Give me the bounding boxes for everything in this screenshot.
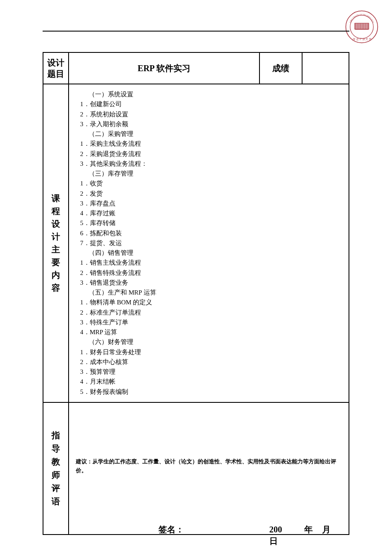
content-line: 3．录入期初余额	[77, 119, 341, 129]
content-line: （三）库存管理	[77, 169, 341, 179]
content-line: 1．采购主线业务流程	[77, 139, 341, 149]
content-line: 2．采购退货业务流程	[77, 149, 341, 159]
design-title: ERP 软件实习	[69, 52, 259, 84]
content-row: 课程设计主要内容 （一）系统设置1．创建新公司2．系统初始设置3．录入期初余额（…	[43, 84, 349, 402]
content-side-label: 课程设计主要内容	[43, 84, 69, 402]
header-divider	[43, 31, 349, 32]
content-line: （四）销售管理	[77, 248, 341, 258]
content-line: 3．销售退货业务	[77, 278, 341, 288]
content-line: 2．成本中心核算	[77, 357, 341, 367]
content-line: 5．财务报表编制	[77, 387, 341, 397]
content-line: 4．MRP 运算	[77, 327, 341, 337]
content-line: 2．发货	[77, 189, 341, 199]
evaluation-side-label: 指导教师评语	[43, 402, 69, 535]
form-table: 设计 题目 ERP 软件实习 成绩 课程设计主要内容 （一）系统设置1．创建新公…	[43, 52, 349, 535]
design-topic-label: 设计 题目	[43, 52, 69, 84]
title-row: 设计 题目 ERP 软件实习 成绩	[43, 52, 349, 84]
content-line: 3．特殊生产订单	[77, 318, 341, 327]
content-line: 2．销售特殊业务流程	[77, 268, 341, 278]
content-line: 7．提货、发运	[77, 238, 341, 248]
month-label: 月	[322, 525, 331, 534]
grade-value	[302, 52, 349, 84]
content-line: 5．库存转储	[77, 218, 341, 228]
signature-label: 签名：	[159, 524, 184, 535]
svg-text:河 北 工 业 大 学: 河 北 工 业 大 学	[352, 38, 372, 40]
evaluation-row: 指导教师评语 建议：从学生的工作态度、工作量、设计（论文）的创造性、学术性、实用…	[43, 402, 349, 535]
content-line: 3．预算管理	[77, 367, 341, 377]
evaluation-hint: 建议：从学生的工作态度、工作量、设计（论文）的创造性、学术性、实用性及书面表达能…	[76, 457, 342, 475]
date-line: 200年月日	[269, 524, 349, 547]
year-label: 年	[304, 525, 313, 534]
content-line: 6．拣配和包装	[77, 228, 341, 238]
day-label: 日	[269, 536, 278, 546]
content-line: 1．收货	[77, 179, 341, 188]
content-line: 1．销售主线业务流程	[77, 258, 341, 268]
content-line: （五）生产和 MRP 运算	[77, 288, 341, 298]
content-line: 1．物料清单 BOM 的定义	[77, 298, 341, 307]
svg-text:UNIVERSITY OF TECHNOLOGY: UNIVERSITY OF TECHNOLOGY	[349, 14, 375, 24]
content-line: 2．系统初始设置	[77, 110, 341, 119]
content-line: 3．其他采购业务流程：	[77, 159, 341, 169]
content-line: （六）财务管理	[77, 337, 341, 347]
content-line: （二）采购管理	[77, 129, 341, 139]
content-line: 4．库存过账	[77, 208, 341, 218]
year-prefix: 200	[269, 525, 282, 534]
content-line: 1．创建新公司	[77, 99, 341, 109]
evaluation-cell: 建议：从学生的工作态度、工作量、设计（论文）的创造性、学术性、实用性及书面表达能…	[69, 402, 349, 535]
content-line: 3．库存盘点	[77, 199, 341, 208]
grade-label: 成绩	[259, 52, 302, 84]
content-cell: （一）系统设置1．创建新公司2．系统初始设置3．录入期初余额（二）采购管理1．采…	[69, 84, 349, 402]
content-line: 4．月末结帐	[77, 377, 341, 387]
university-seal: UNIVERSITY OF TECHNOLOGY 河 北 工 业 大 学	[345, 10, 378, 43]
content-line: （一）系统设置	[77, 90, 341, 99]
content-line: 2．标准生产订单流程	[77, 308, 341, 318]
content-line: 1．财务日常业务处理	[77, 347, 341, 357]
